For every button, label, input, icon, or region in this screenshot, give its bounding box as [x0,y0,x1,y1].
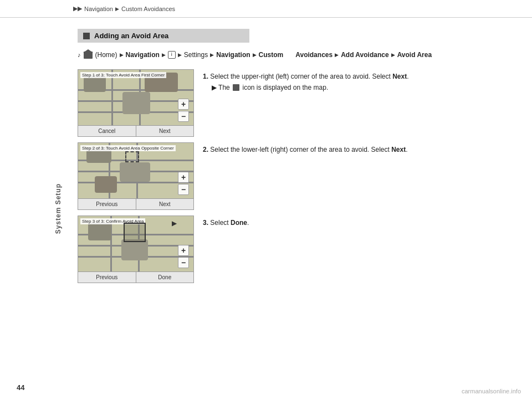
map3-area2 [121,239,148,260]
map3-previous-button[interactable]: Previous [78,272,136,283]
breadcrumb-item2: Custom Avoidances [121,6,175,12]
map1-area2 [122,92,150,114]
step2-content: 2. Select the lower-left (right) corner … [203,146,408,153]
step2-row: Step 2 of 3: Touch Avoid Area Opposite C… [78,142,515,210]
home-icon [84,52,93,59]
nav-item-avoidances: Avoidances [295,49,332,60]
step1-bullet: ▶ The icon is displayed on the map. [212,83,515,93]
breadcrumb-bar: ▶▶ Navigation ▶ Custom Avoidances [0,0,532,18]
map1-body: + − [78,70,193,125]
main-content: Adding an Avoid Area ♪ (Home) ▶ Navigati… [66,18,532,400]
nav-path: ♪ (Home) ▶ Navigation ▶ i ▶ Settings ▶ N… [78,49,515,60]
mic-symbol: ♪ [78,50,81,60]
breadcrumb-sep1: ▶ [115,6,119,12]
map2-area3 [95,176,117,193]
page-number: 44 [17,383,24,392]
map2-label: Step 2 of 3: Touch Avoid Area Opposite C… [80,145,176,151]
nav-arrow5: ▶ [253,51,257,59]
map1-cancel-button[interactable]: Cancel [78,126,136,136]
nav-arrow6: ▶ [335,51,339,59]
map2-previous-button[interactable]: Previous [78,199,136,209]
step3-content: 3. Select Done. [203,219,249,227]
map1-label: Step 1 of 3: Touch Avoid Area First Corn… [80,72,166,78]
step1-text: 1. Select the upper-right (left) corner … [203,69,515,93]
map2-body: + − [78,143,193,198]
map2-zoom-in[interactable]: + [178,172,189,183]
map2-selection-box [125,151,139,162]
breadcrumb-item1: Navigation [84,6,113,12]
nav-item-navigation2: Navigation [216,49,250,60]
watermark: carmanualsonline.info [462,388,521,394]
map2-mock: Step 2 of 3: Touch Avoid Area Opposite C… [78,142,194,210]
nav-arrow2: ▶ [162,51,166,59]
nav-item-custom: Custom [259,49,284,60]
map2-area2 [120,162,150,182]
map3-zoom-out[interactable]: − [178,257,189,268]
nav-arrow7: ▶ [391,51,395,59]
nav-info-icon: i [168,51,176,59]
nav-item-avoid-area: Avoid Area [397,49,432,60]
step3-text: 3. Select Done. [203,216,515,228]
map3-area1 [88,223,111,240]
map2-footer: Previous Next [78,198,193,209]
map3-done-button[interactable]: Done [136,272,194,283]
map3-mock: Step 3 of 3: Confirm Avoid Area ▶ + − [78,216,194,283]
nav-arrow3: ▶ [178,51,182,59]
step2-text: 2. Select the lower-left (right) corner … [203,142,515,155]
nav-item-navigation: Navigation [126,49,160,60]
map1-zoom-in[interactable]: + [178,99,189,110]
map2-next-button[interactable]: Next [136,199,194,209]
nav-home-label: (Home) [95,49,117,60]
map3-confirm-box [124,223,146,242]
nav-settings: Settings [184,49,208,60]
map1-roadv1 [111,70,113,125]
step1-number: 1. Select the upper-right (left) corner … [203,73,409,80]
map1-footer: Cancel Next [78,125,193,136]
map3-direction-arrow: ▶ [172,219,177,227]
map3-footer: Previous Done [78,271,193,283]
map2-zoom-out[interactable]: − [178,184,189,195]
map-pin-icon [233,84,239,91]
map1-mock: Step 1 of 3: Touch Avoid Area First Corn… [78,69,194,137]
nav-arrow1: ▶ [120,51,124,59]
section-header: Adding an Avoid Area [78,29,249,43]
map1-zoom-out[interactable]: − [178,111,189,122]
map3-zoom-in[interactable]: + [178,245,189,256]
sidebar-label: System Setup [54,183,62,234]
steps-container: Step 1 of 3: Touch Avoid Area First Corn… [78,69,515,289]
step1-row: Step 1 of 3: Touch Avoid Area First Corn… [78,69,515,137]
map1-next-button[interactable]: Next [136,126,194,136]
breadcrumb-arrow1: ▶▶ [73,5,82,12]
step3-row: Step 3 of 3: Confirm Avoid Area ▶ + − [78,216,515,283]
nav-item-add: Add Avoidance [341,49,388,60]
nav-arrow4: ▶ [210,51,214,59]
section-header-icon [83,33,90,39]
sidebar: System Setup [0,18,66,400]
section-title: Adding an Avoid Area [94,32,168,40]
map3-body: ▶ + − [78,216,193,271]
